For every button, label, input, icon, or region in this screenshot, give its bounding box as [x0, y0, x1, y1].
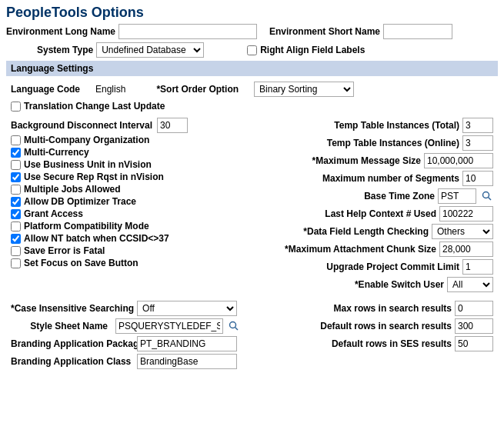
case-insensitive-label: *Case Insensitive Searching [11, 303, 134, 314]
style-sheet-search-icon[interactable] [228, 320, 240, 332]
cb-multi-currency[interactable] [11, 148, 21, 158]
max-msg-size-input[interactable] [424, 153, 493, 168]
cb-secure-rep[interactable] [11, 172, 21, 182]
temp-online-label: Temp Table Instances (Online) [327, 138, 459, 148]
cb-multiple-jobs[interactable] [11, 185, 21, 195]
default-rows-search-input[interactable] [455, 318, 493, 334]
svg-point-0 [483, 192, 489, 198]
last-help-label: Last Help Context # Used [325, 208, 436, 219]
env-long-name-label: Environment Long Name [6, 26, 115, 37]
temp-total-input[interactable] [462, 118, 493, 133]
svg-line-1 [489, 198, 492, 201]
cb-grant-access[interactable] [11, 209, 21, 219]
upgrade-commit-label: Upgrade Project Commit Limit [326, 261, 459, 272]
default-rows-ses-input[interactable] [455, 336, 493, 351]
max-attach-input[interactable] [439, 241, 493, 257]
temp-online-input[interactable] [462, 135, 493, 151]
cb-grant-access-label: Grant Access [24, 208, 83, 219]
svg-point-2 [230, 322, 236, 328]
data-field-select[interactable]: Others Checked Unchecked [432, 224, 493, 239]
max-segments-label: Maximum number of Segments [322, 173, 459, 184]
upgrade-commit-input[interactable] [462, 259, 493, 275]
page-title: PeopleTools Options [0, 0, 504, 24]
cb-db-optimizer-label: Allow DB Optimizer Trace [24, 196, 136, 207]
temp-total-label: Temp Table Instances (Total) [334, 120, 459, 131]
branding-class-input[interactable] [137, 354, 237, 369]
lang-code-label: Language Code [11, 84, 80, 95]
max-attach-label: *Maximum Attachment Chunk Size [285, 244, 436, 255]
env-short-name-label: Environment Short Name [269, 26, 380, 37]
enable-switch-label: *Enable Switch User [355, 279, 444, 290]
base-tz-input[interactable] [438, 188, 476, 204]
max-segments-input[interactable] [462, 171, 493, 186]
cb-multi-company-label: Multi-Company Organization [24, 135, 149, 145]
last-help-input[interactable] [439, 206, 493, 221]
cb-multiple-jobs-label: Multiple Jobs Allowed [24, 184, 121, 195]
lang-code-value: English [95, 84, 125, 95]
default-rows-ses-label: Default rows in SES results [332, 338, 452, 349]
system-type-label: System Type [37, 45, 93, 55]
language-settings-header: Language Settings [6, 61, 498, 76]
cb-business-unit[interactable] [11, 160, 21, 170]
case-insensitive-select[interactable]: Off On [137, 301, 237, 316]
cb-secure-rep-label: Use Secure Rep Rqst in nVision [24, 172, 164, 182]
max-rows-search-label: Max rows in search results [334, 303, 452, 314]
bg-disconnect-input[interactable] [157, 118, 188, 133]
svg-line-3 [235, 328, 239, 331]
system-type-select[interactable]: Undefined Database DB2 Oracle SQL Server [96, 42, 204, 58]
style-sheet-input[interactable] [115, 318, 223, 334]
default-rows-search-label: Default rows in search results [320, 321, 452, 331]
style-sheet-label: Style Sheet Name [11, 321, 112, 331]
env-long-name-input[interactable] [118, 24, 257, 39]
sort-order-select[interactable]: Binary Sorting Case Insensitive Case Sen… [254, 82, 354, 97]
cb-set-focus[interactable] [11, 258, 21, 268]
cb-set-focus-label: Set Focus on Save Button [24, 258, 139, 268]
cb-db-optimizer[interactable] [11, 197, 21, 207]
enable-switch-select[interactable]: All None Selected [447, 277, 493, 292]
translation-change-label: Translation Change Last Update [24, 101, 165, 112]
cb-platform-compat-label: Platform Compatibility Mode [24, 221, 149, 231]
cb-multi-company[interactable] [11, 135, 21, 145]
translation-change-checkbox[interactable] [11, 102, 21, 112]
bg-disconnect-label: Background Disconnect Interval [11, 120, 157, 131]
cb-nt-batch[interactable] [11, 234, 21, 244]
max-rows-search-input[interactable] [455, 301, 493, 316]
sort-order-label: *Sort Order Option [156, 84, 239, 95]
base-tz-label: Base Time Zone [364, 191, 435, 202]
right-align-checkbox[interactable] [247, 45, 257, 55]
base-tz-search-icon[interactable] [481, 190, 493, 202]
branding-pkg-label: Branding Application Package [11, 338, 134, 349]
data-field-label: *Data Field Length Checking [303, 226, 429, 237]
cb-platform-compat[interactable] [11, 221, 21, 231]
cb-save-error[interactable] [11, 246, 21, 256]
cb-multi-currency-label: Multi-Currency [24, 147, 89, 158]
cb-save-error-label: Save Error is Fatal [24, 245, 105, 256]
env-short-name-input[interactable] [383, 24, 452, 39]
max-msg-size-label: *Maximum Message Size [312, 155, 421, 166]
cb-nt-batch-label: Allow NT batch when CCSID<>37 [24, 233, 169, 244]
branding-pkg-input[interactable] [137, 336, 237, 351]
cb-business-unit-label: Use Business Unit in nVision [24, 159, 152, 170]
branding-class-label: Branding Application Class [11, 356, 134, 367]
right-align-label: Right Align Field Labels [260, 45, 365, 55]
